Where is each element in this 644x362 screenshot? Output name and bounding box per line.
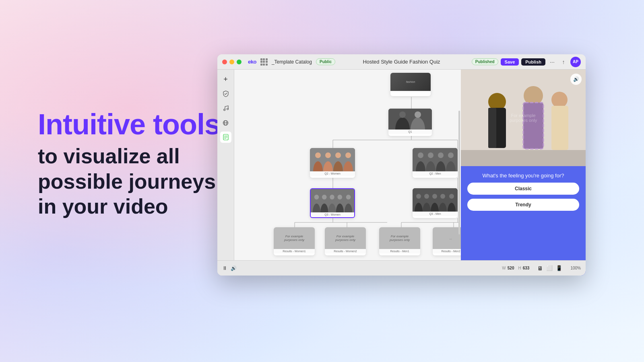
title-bar-right: Published Save Publish ··· ↑ AP: [472, 57, 581, 67]
app-window: eko _Template Catalog Public Hosted Styl…: [217, 54, 586, 276]
preview-video-area: For examplepurposes only 🔊: [461, 70, 586, 166]
preview-interactive: What's the feeling you're going for? Cla…: [461, 166, 586, 258]
left-sidebar: +: [217, 70, 234, 276]
svg-point-64: [449, 194, 454, 199]
traffic-light-close[interactable]: [222, 60, 227, 64]
globe-icon-btn[interactable]: [220, 117, 231, 128]
headline-black: to visualize all possible journeys in yo…: [38, 144, 220, 219]
svg-rect-67: [461, 150, 586, 166]
traffic-light-minimize[interactable]: [229, 60, 234, 64]
title-bar: eko _Template Catalog Public Hosted Styl…: [217, 54, 586, 70]
preview-video-placeholder: For examplepurposes only: [461, 70, 586, 166]
scrollbar[interactable]: [458, 111, 460, 234]
svg-point-40: [438, 152, 444, 158]
tablet-icon[interactable]: ⬜: [546, 265, 553, 271]
svg-rect-72: [523, 103, 543, 149]
svg-point-1: [227, 108, 228, 110]
node-q2-women[interactable]: Q2 - Women: [310, 148, 355, 178]
more-options-icon[interactable]: ···: [548, 58, 557, 66]
node-results-women2[interactable]: For examplepurposes only Results - Women…: [325, 227, 366, 255]
svg-point-38: [428, 152, 433, 158]
svg-point-42: [448, 152, 454, 158]
svg-point-29: [325, 152, 331, 158]
size-indicator: W 520 H 633: [502, 266, 529, 270]
svg-point-51: [338, 195, 343, 200]
breadcrumb[interactable]: _Template Catalog: [272, 59, 312, 65]
choice-classic-button[interactable]: Classic: [467, 183, 579, 195]
svg-point-56: [416, 194, 421, 199]
node-results-women1[interactable]: For examplepurposes only Results - Women…: [274, 227, 315, 255]
svg-point-47: [322, 195, 327, 200]
svg-rect-70: [488, 108, 496, 148]
node-results-men1[interactable]: For examplepurposes only Results - Men1: [379, 227, 420, 255]
upload-icon[interactable]: ↑: [559, 58, 568, 66]
svg-point-60: [432, 194, 437, 199]
public-badge: Public: [316, 58, 335, 65]
choice-trendy-button[interactable]: Trendy: [467, 199, 579, 211]
svg-point-0: [223, 109, 225, 111]
sound-button[interactable]: 🔊: [570, 74, 582, 85]
play-pause-icon[interactable]: ⏸: [222, 265, 227, 271]
svg-point-62: [440, 194, 445, 199]
zoom-level: 100%: [570, 266, 581, 270]
svg-point-74: [551, 92, 568, 108]
preview-panel: For examplepurposes only 🔊 What's the fe…: [461, 70, 586, 276]
avatar[interactable]: AP: [570, 57, 581, 67]
volume-icon[interactable]: 🔊: [231, 265, 237, 271]
node-q3-men[interactable]: Q3 - Men: [413, 188, 458, 218]
svg-point-31: [335, 152, 341, 158]
svg-point-49: [330, 195, 334, 200]
mobile-icon[interactable]: 📱: [556, 265, 562, 271]
main-area: +: [217, 70, 586, 276]
traffic-light-maximize[interactable]: [237, 60, 242, 64]
node-q2-men[interactable]: Q2 - Men: [413, 148, 458, 178]
svg-point-58: [424, 194, 429, 199]
publish-button[interactable]: Publish: [521, 58, 545, 66]
save-button[interactable]: Save: [501, 58, 519, 66]
svg-point-53: [346, 195, 351, 200]
preview-question: What's the feeling you're going for?: [483, 173, 564, 179]
svg-rect-75: [551, 106, 568, 150]
published-badge: Published: [472, 58, 498, 65]
canvas-area[interactable]: fashion Q1: [234, 70, 461, 276]
grid-icon[interactable]: [260, 58, 268, 66]
left-text-section: Intuitive tools to visualize all possibl…: [38, 109, 220, 219]
svg-point-33: [345, 152, 351, 158]
headline-purple: Intuitive tools: [38, 109, 220, 140]
eko-logo: eko: [248, 59, 256, 65]
add-button[interactable]: +: [220, 74, 231, 85]
svg-point-45: [314, 195, 319, 200]
title-bar-content: eko _Template Catalog Public: [248, 58, 335, 66]
sheet-icon-btn[interactable]: [220, 132, 231, 143]
traffic-lights: [222, 60, 242, 64]
node-q1[interactable]: Q1: [388, 109, 432, 136]
node-q3-women[interactable]: Q3 - Women: [310, 188, 355, 218]
window-title: Hosted Style Guide Fashion Quiz: [363, 59, 440, 65]
svg-point-36: [418, 152, 423, 158]
music-icon-btn[interactable]: [220, 103, 231, 114]
node-results-men2[interactable]: ... Results - Men2: [433, 227, 461, 255]
node-top[interactable]: fashion: [390, 73, 431, 96]
bottom-bar: ⏸ 🔊 W 520 H 633 🖥 ⬜ 📱 100%: [217, 260, 586, 276]
fashion-video-svg: [461, 70, 586, 166]
bottom-controls: ⏸ 🔊: [222, 265, 237, 271]
svg-point-27: [315, 152, 321, 158]
shield-icon-btn[interactable]: [220, 88, 231, 99]
desktop-icon[interactable]: 🖥: [537, 265, 543, 272]
